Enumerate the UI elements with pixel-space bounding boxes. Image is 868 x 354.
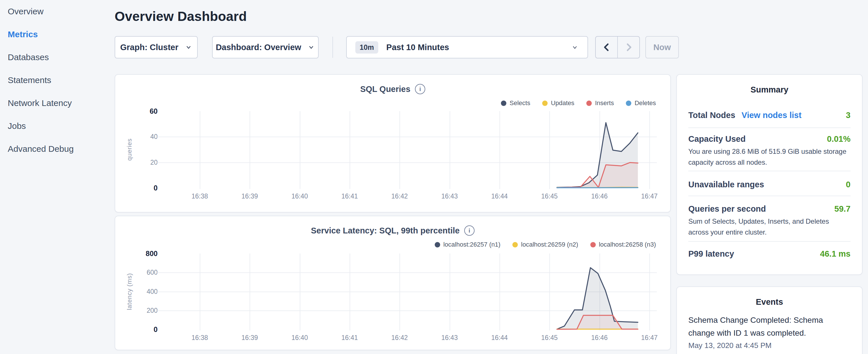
dashboard-selector-dropdown[interactable]: Dashboard: Overview — [212, 36, 319, 58]
graph-selector-dropdown[interactable]: Graph: Cluster — [115, 36, 198, 58]
sidebar-nav: OverviewMetricsDatabasesStatementsNetwor… — [0, 0, 115, 354]
summary-value: 46.1 ms — [820, 249, 850, 259]
sidebar-item-databases[interactable]: Databases — [0, 46, 115, 69]
x-axis-tick: 16:47 — [629, 192, 670, 200]
legend-item: localhost:26258 (n3) — [590, 241, 656, 248]
summary-row-capacity-used: Capacity Used 0.01% You are using 28.6 M… — [688, 127, 850, 171]
x-axis-tick: 16:41 — [330, 192, 370, 200]
summary-row-queries-per-second: Queries per second 59.7 Sum of Selects, … — [688, 196, 850, 241]
chart-plot-area — [161, 111, 657, 190]
service-latency-chart-panel: Service Latency: SQL, 99th percentile i … — [115, 216, 671, 350]
chevron-left-icon — [601, 41, 612, 53]
time-step-forward-button[interactable] — [618, 37, 639, 58]
x-axis-tick: 16:45 — [529, 192, 569, 200]
sidebar-item-statements[interactable]: Statements — [0, 69, 115, 92]
chart-title: SQL Queries — [360, 85, 410, 94]
chart-legend: localhost:26257 (n1)localhost:26259 (n2)… — [435, 241, 656, 248]
legend-dot-icon — [513, 242, 518, 248]
x-axis-tick: 16:39 — [229, 334, 270, 342]
info-icon[interactable]: i — [415, 84, 425, 94]
legend-dot-icon — [501, 100, 506, 106]
legend-item: localhost:26257 (n1) — [435, 241, 500, 248]
x-axis-tick: 16:46 — [580, 334, 620, 342]
legend-item: Inserts — [586, 99, 614, 107]
x-axis-tick: 16:42 — [379, 192, 420, 200]
time-stepper-group — [595, 36, 640, 58]
x-axis-tick: 16:38 — [180, 192, 220, 200]
sidebar-item-overview[interactable]: Overview — [0, 0, 115, 23]
x-axis-tick: 16:45 — [529, 334, 569, 342]
legend-label: Selects — [509, 99, 530, 107]
x-axis-tick: 16:43 — [430, 334, 470, 342]
info-icon[interactable]: i — [464, 225, 474, 236]
summary-label: Capacity Used — [688, 134, 746, 144]
y-axis-label: queries — [126, 138, 133, 161]
legend-dot-icon — [626, 100, 631, 106]
event-item-text: Schema Change Completed: Schema change w… — [688, 314, 829, 340]
summary-value: 0.01% — [827, 134, 850, 144]
x-axis-tick: 16:44 — [479, 192, 520, 200]
legend-item: Updates — [542, 99, 574, 107]
sidebar-item-jobs[interactable]: Jobs — [0, 115, 115, 137]
x-axis-tick: 16:47 — [629, 334, 670, 342]
legend-label: Deletes — [634, 99, 656, 107]
legend-label: Inserts — [595, 99, 614, 107]
legend-item: Selects — [501, 99, 530, 107]
legend-dot-icon — [542, 100, 548, 106]
db-console-app: OverviewMetricsDatabasesStatementsNetwor… — [0, 0, 868, 354]
summary-value: 3 — [846, 110, 850, 120]
legend-label: Updates — [551, 99, 574, 107]
summary-subtext: You are using 28.6 MiB of 515.9 GiB usab… — [688, 146, 850, 168]
sidebar-item-metrics[interactable]: Metrics — [0, 23, 115, 46]
chart-legend: SelectsUpdatesInsertsDeletes — [501, 99, 656, 107]
graph-selector-label: Graph: Cluster — [120, 43, 178, 52]
summary-title: Summary — [688, 85, 850, 95]
toolbar-divider — [333, 37, 333, 58]
view-nodes-list-link[interactable]: View nodes list — [742, 110, 802, 120]
x-axis-tick: 16:40 — [280, 192, 320, 200]
x-axis-tick: 16:42 — [379, 334, 420, 342]
legend-label: localhost:26257 (n1) — [443, 241, 500, 248]
now-button[interactable]: Now — [645, 36, 679, 58]
chevron-down-icon — [185, 43, 192, 51]
legend-label: localhost:26258 (n3) — [599, 241, 656, 248]
summary-value: 0 — [846, 180, 850, 189]
legend-item: Deletes — [626, 99, 656, 107]
x-axis-tick: 16:46 — [580, 192, 620, 200]
legend-label: localhost:26259 (n2) — [521, 241, 578, 248]
x-axis-tick: 16:38 — [180, 334, 220, 342]
sql-queries-chart-panel: SQL Queries i SelectsUpdatesInsertsDelet… — [115, 74, 671, 213]
summary-value: 59.7 — [834, 204, 850, 214]
legend-dot-icon — [590, 242, 596, 248]
x-axis-tick: 16:39 — [229, 192, 270, 200]
x-axis-tick: 16:40 — [280, 334, 320, 342]
summary-subtext: Sum of Selects, Updates, Inserts, and De… — [688, 216, 850, 238]
y-axis-label: latency (ms) — [126, 273, 133, 310]
legend-item: localhost:26259 (n2) — [513, 241, 578, 248]
chevron-down-icon — [308, 43, 315, 51]
sidebar-item-advanced-debug[interactable]: Advanced Debug — [0, 137, 115, 160]
summary-panel: Summary Total Nodes View nodes list 3 Ca… — [676, 74, 863, 275]
x-axis-tick: 16:41 — [330, 334, 370, 342]
now-button-label: Now — [653, 43, 671, 52]
summary-label: Total Nodes — [688, 110, 735, 120]
summary-row-total-nodes: Total Nodes View nodes list 3 — [688, 110, 850, 127]
summary-row-p99-latency: P99 latency 46.1 ms — [688, 241, 850, 259]
x-axis-tick: 16:43 — [430, 192, 470, 200]
summary-label: Queries per second — [688, 204, 766, 214]
events-panel: Events Schema Change Completed: Schema c… — [676, 286, 863, 354]
sidebar-item-network-latency[interactable]: Network Latency — [0, 92, 115, 115]
chart-plot-area — [161, 254, 657, 331]
events-title: Events — [688, 297, 850, 307]
time-range-dropdown[interactable]: 10m Past 10 Minutes — [346, 36, 588, 58]
time-step-back-button[interactable] — [596, 37, 618, 58]
page-title: Overview Dashboard — [115, 9, 247, 24]
summary-label: Unavailable ranges — [688, 180, 764, 189]
time-range-label: Past 10 Minutes — [386, 43, 449, 52]
summary-label: P99 latency — [688, 249, 734, 259]
chevron-down-icon — [571, 43, 579, 51]
dashboard-selector-label: Dashboard: Overview — [216, 43, 301, 52]
time-range-badge: 10m — [355, 41, 378, 54]
legend-dot-icon — [435, 242, 440, 248]
event-item-timestamp: May 13, 2020 at 4:45 PM — [688, 341, 850, 350]
